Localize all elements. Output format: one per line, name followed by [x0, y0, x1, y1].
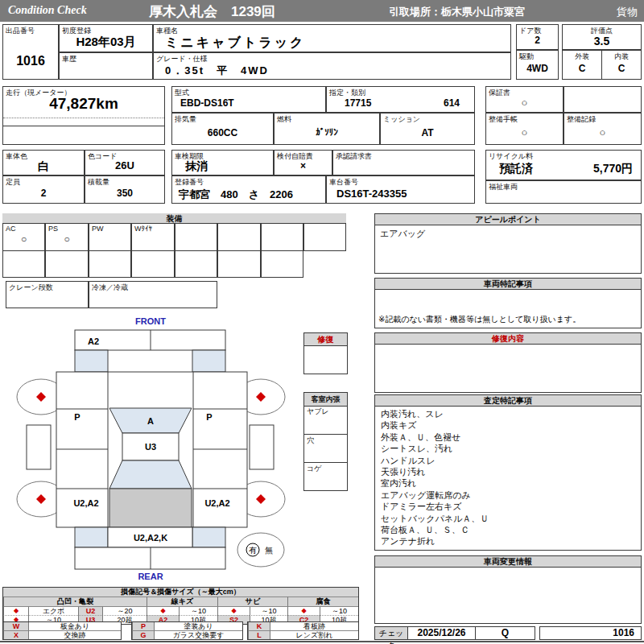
page-bottom-rule: [0, 641, 644, 642]
damage-legend-title: 損傷記号＆損傷サイズ（～最大cm）: [3, 588, 358, 597]
auction-sheet: Condition Check 厚木入札会 1239回 引取場所：栃木県小山市粟…: [0, 0, 644, 644]
model-value: ミニキャブトラック: [154, 35, 510, 52]
equipment-cell-empty: [303, 223, 346, 251]
interior-cell: 内装 C: [601, 50, 642, 80]
repair-detail-panel: 修復内容: [374, 332, 642, 393]
legend-cell: ～10: [320, 606, 358, 615]
code-x: X: [3, 630, 28, 639]
registration-number-cell: 登録番号 宇都宮 480 さ 2206: [171, 175, 326, 204]
score-cell: 評価点 3.5: [562, 24, 642, 50]
appeal-points-title: アピールポイント: [375, 214, 641, 225]
recycle-fee-cell: リサイクル料 預託済 5,770円: [485, 150, 642, 180]
history-cell: 車歴: [59, 52, 153, 80]
assessment-item: 荷台板Ａ、Ｕ、Ｓ、Ｃ: [381, 524, 638, 535]
body-color-cell: 車体色 白: [2, 150, 85, 175]
legend-group-scratch: 線キズ: [147, 597, 217, 606]
transmission-label: ミッション: [383, 114, 420, 125]
color-code-value: 26U: [85, 159, 164, 171]
legend-cell: ～10: [179, 606, 217, 615]
body-color-value: 白: [3, 159, 84, 174]
equipment-cell-empty: [131, 250, 175, 278]
windshield-damage: A: [147, 416, 154, 426]
grade-value: 0．35t 平 4WD: [154, 64, 510, 78]
welfare-vehicle-label: 福祉車両: [489, 182, 518, 192]
code-l-value: レンズ割れ: [270, 630, 358, 639]
drive-value: 4WD: [517, 63, 558, 74]
equipment-cell-wtire: Wﾀｲﾔ: [131, 223, 175, 251]
code-table-kl: K 看板跡 L レンズ割れ: [247, 621, 359, 640]
rear-window: [109, 460, 192, 489]
repair-flag-title: 修復: [304, 333, 347, 346]
front-left-corner: [75, 350, 108, 372]
brand-logo: Condition Check: [8, 4, 87, 17]
recycle-fee-value: 5,770円: [593, 162, 633, 176]
legend-group-rust: サビ: [217, 597, 287, 606]
drive-cell: 駆動 4WD: [516, 50, 559, 80]
chassis-number-cell: 車台番号 DS16T-243355: [326, 175, 475, 204]
assessment-item: シートスレ、汚れ: [381, 443, 638, 454]
roof-damage: U3: [145, 442, 156, 452]
assessment-item: アンテナ折れ: [381, 535, 638, 547]
exterior-value: C: [563, 63, 601, 74]
special-notes-disclaimer: ※記載のない書類・機器等は無しとして取り扱います。: [378, 314, 580, 325]
assessment-notes-panel: 査定特記事項 内装汚れ、スレ 内装キズ 外装Ａ、Ｕ、色褪せ シートスレ、汚れ ハ…: [374, 394, 642, 551]
drive-label: 駆動: [519, 52, 534, 62]
displacement-value: 660CC: [172, 127, 273, 138]
equipment-cell-empty: [261, 223, 303, 251]
cabin-row-burn: コゲ: [304, 462, 347, 492]
crane-stages-label: クレーン段数: [9, 283, 53, 293]
code-g-value: ガラス交換要す: [154, 630, 242, 639]
maintenance-record-cell: 整備記録 ○: [564, 113, 642, 145]
spare-tire-indicator: [237, 533, 284, 567]
legend-group-corrosion: 腐食: [287, 597, 358, 606]
fuel-value: ｶﾞｿﾘﾝ: [275, 127, 379, 137]
registration-number-value: 宇都宮 480 さ 2206: [172, 188, 325, 202]
warranty-value: ○: [486, 97, 563, 109]
cabin-row-label: 穴: [307, 436, 314, 446]
maintenance-book-value: ○: [486, 126, 563, 138]
history-label: 車歴: [62, 54, 76, 64]
right-side-step: [250, 425, 274, 469]
cabin-row-label: ヤブレ: [307, 407, 329, 417]
equipment-cell-ac: AC ○: [2, 223, 45, 251]
maintenance-record-label: 整備記録: [567, 114, 596, 125]
assessment-item: ハンドルスレ: [381, 455, 638, 466]
exterior-label: 外装: [563, 52, 601, 62]
equipment-cell-empty: [261, 250, 303, 278]
code-x-value: 交換跡: [28, 630, 121, 639]
damage-legend: 損傷記号＆損傷サイズ（～最大cm） 凸凹・亀裂 線キズ サビ 腐食 ◆ エクボ …: [2, 587, 359, 625]
displacement-cell: 排気量 660CC: [171, 113, 274, 145]
equipment-cell-empty: [89, 250, 131, 278]
assessment-item: 内装キズ: [381, 419, 638, 431]
code-l: L: [248, 630, 270, 639]
maintenance-record-value: ○: [564, 126, 641, 138]
cabin-row-tear: ヤブレ: [304, 406, 347, 434]
maintenance-book-label: 整備手帳: [489, 114, 518, 125]
recycle-fee-label: リサイクル料: [489, 151, 533, 162]
capacity-cell: 定員 2: [2, 175, 85, 204]
equipment-cell-empty: [45, 250, 89, 278]
rear-gate-damage: U2,A2,K: [134, 533, 167, 543]
assessment-item: 室内汚れ: [381, 477, 638, 489]
equipment-value: ○: [46, 233, 88, 245]
code-table-wx: W 板金あり X 交換跡: [2, 621, 122, 640]
warranty-cell: 保証書 ○: [485, 86, 564, 113]
lot-number-label: 出品番号: [6, 26, 35, 36]
reefer-cell: 冷凍／冷蔵: [89, 281, 217, 308]
check-label-cell: チェック: [374, 626, 408, 640]
equipment-cell-empty: [175, 250, 217, 278]
capacity-value: 2: [3, 188, 84, 199]
code-p-value: 塗装あり: [154, 622, 242, 630]
interior-value: C: [602, 63, 641, 74]
check-date-cell: 2025/12/26: [407, 626, 476, 640]
legend-diamond-icon: ◆: [217, 606, 250, 615]
first-registration-cell: 初度登録 H28年03月: [59, 24, 153, 52]
divider: [3, 126, 164, 126]
chassis-number-label: 車台番号: [329, 177, 358, 188]
code-w-value: 板金あり: [28, 622, 121, 630]
interior-label: 内装: [602, 52, 641, 62]
legend-cell: エクボ: [28, 606, 78, 615]
cabin-row-hole: 穴: [304, 434, 347, 463]
pickup-location: 引取場所：栃木県小山市粟宮: [389, 5, 525, 19]
legend-cell: U2: [78, 606, 102, 615]
